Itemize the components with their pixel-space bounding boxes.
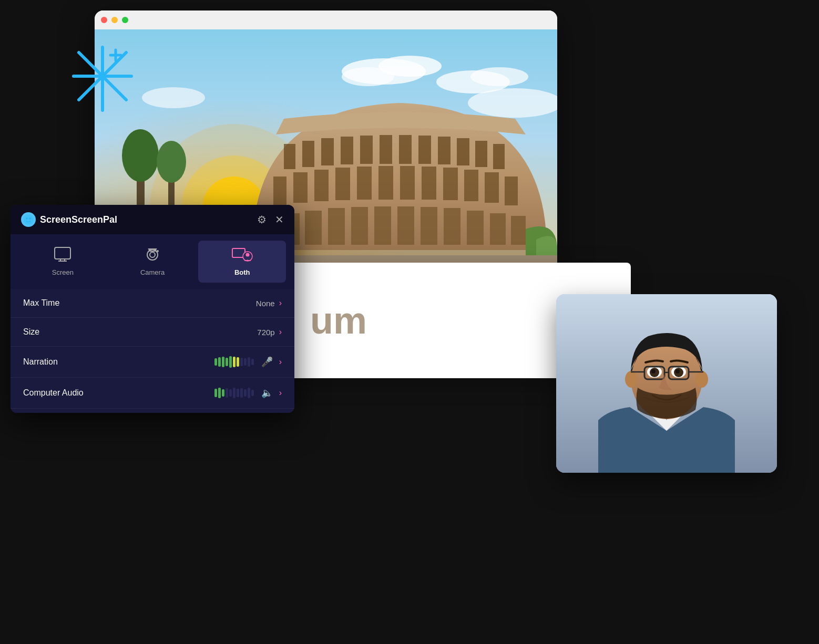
computer-audio-meter xyxy=(214,388,254,398)
tab-both[interactable]: Both xyxy=(198,241,286,283)
svg-rect-32 xyxy=(467,211,484,245)
size-row[interactable]: Size 720p › xyxy=(11,318,294,347)
header-icons: ⚙ ✕ xyxy=(257,213,284,226)
svg-rect-29 xyxy=(397,206,414,245)
svg-rect-31 xyxy=(444,208,460,245)
bar-11 xyxy=(251,359,254,365)
max-time-row[interactable]: Max Time None › xyxy=(11,289,294,318)
svg-point-72 xyxy=(695,371,708,388)
both-tab-label: Both xyxy=(234,268,250,276)
svg-point-86 xyxy=(29,217,31,220)
bar-1 xyxy=(214,358,217,366)
svg-rect-37 xyxy=(314,170,329,201)
mic-icon: 🎤 xyxy=(261,356,273,368)
svg-rect-58 xyxy=(493,144,505,169)
svg-point-92 xyxy=(150,252,155,257)
maximize-dot xyxy=(122,17,128,23)
narration-chevron: › xyxy=(279,357,282,367)
person-image xyxy=(556,294,777,473)
narration-row[interactable]: Narration 🎤 › xyxy=(11,347,294,378)
svg-rect-40 xyxy=(378,166,393,200)
ca-bar-7 xyxy=(237,389,239,397)
svg-rect-30 xyxy=(421,207,437,245)
speaker-icon: 🔈 xyxy=(261,387,273,399)
svg-rect-49 xyxy=(321,138,334,165)
svg-rect-43 xyxy=(443,168,458,200)
svg-rect-52 xyxy=(380,135,392,164)
ca-bar-10 xyxy=(248,388,250,398)
ca-bar-5 xyxy=(229,389,232,397)
svg-point-84 xyxy=(24,215,33,224)
camera-tab-label: Camera xyxy=(140,268,165,276)
svg-point-85 xyxy=(26,217,28,220)
max-time-right: None › xyxy=(256,298,282,308)
svg-rect-47 xyxy=(284,144,295,169)
svg-rect-48 xyxy=(302,141,314,167)
both-tab-icon xyxy=(232,247,253,265)
svg-point-93 xyxy=(157,250,159,252)
svg-rect-35 xyxy=(273,176,286,205)
svg-point-96 xyxy=(245,253,249,257)
svg-rect-53 xyxy=(399,135,412,164)
panel-header: ScreenScreenPal ⚙ ✕ xyxy=(11,205,294,234)
ca-bar-6 xyxy=(233,388,236,398)
svg-rect-42 xyxy=(422,167,436,200)
size-value: 720p xyxy=(257,328,274,337)
max-time-value: None xyxy=(256,299,275,308)
svg-rect-50 xyxy=(341,137,353,164)
bar-3 xyxy=(222,357,224,367)
webcam-frame xyxy=(556,294,777,473)
tab-camera[interactable]: Camera xyxy=(109,241,197,283)
ca-bar-4 xyxy=(226,388,228,398)
svg-rect-56 xyxy=(457,138,469,165)
max-time-label: Max Time xyxy=(23,298,59,308)
svg-rect-45 xyxy=(485,172,499,203)
ca-bar-1 xyxy=(214,389,217,397)
size-right: 720p › xyxy=(257,327,282,337)
computer-audio-row[interactable]: Computer Audio 🔈 › xyxy=(11,378,294,409)
svg-rect-26 xyxy=(328,208,345,245)
svg-rect-33 xyxy=(490,213,506,245)
svg-rect-87 xyxy=(55,247,70,259)
computer-audio-chevron: › xyxy=(279,388,282,398)
svg-point-21 xyxy=(157,141,186,183)
close-icon[interactable]: ✕ xyxy=(275,213,284,226)
svg-rect-46 xyxy=(505,176,518,205)
content-partial-text: um xyxy=(310,299,367,342)
svg-point-15 xyxy=(470,67,528,86)
bar-2 xyxy=(218,357,221,367)
svg-point-71 xyxy=(625,371,638,388)
svg-rect-36 xyxy=(293,172,308,203)
computer-audio-label: Computer Audio xyxy=(23,388,84,398)
svg-rect-51 xyxy=(360,136,373,164)
svg-rect-38 xyxy=(335,168,350,200)
bar-9 xyxy=(244,358,247,366)
settings-area: Max Time None › Size 720p › Narration xyxy=(11,289,294,413)
logo-text: ScreenScreenPal xyxy=(40,214,117,225)
bar-10 xyxy=(248,357,250,367)
browser-bar xyxy=(95,11,557,29)
bar-6 xyxy=(233,357,236,367)
ca-bar-3 xyxy=(222,389,224,397)
svg-point-78 xyxy=(675,369,680,373)
svg-rect-41 xyxy=(400,166,415,200)
ca-bar-8 xyxy=(240,388,243,398)
screen-tab-icon xyxy=(54,247,71,265)
computer-audio-right: 🔈 › xyxy=(214,387,282,399)
bar-4 xyxy=(226,358,228,366)
logo-area: ScreenScreenPal xyxy=(21,212,117,227)
tab-bar: Screen Camera xyxy=(11,234,294,289)
narration-label: Narration xyxy=(23,357,58,367)
bar-5 xyxy=(229,356,232,368)
size-label: Size xyxy=(23,327,39,337)
settings-icon[interactable]: ⚙ xyxy=(257,213,267,226)
svg-rect-44 xyxy=(464,170,478,201)
svg-point-77 xyxy=(651,369,656,373)
svg-rect-39 xyxy=(357,167,372,200)
camera-tab-icon xyxy=(144,247,161,265)
screenpal-panel: ScreenScreenPal ⚙ ✕ Screen xyxy=(11,205,294,413)
annotation-overlay xyxy=(68,42,137,118)
tab-screen[interactable]: Screen xyxy=(19,241,107,283)
screen-tab-label: Screen xyxy=(52,268,74,276)
ca-bar-2 xyxy=(218,388,221,398)
